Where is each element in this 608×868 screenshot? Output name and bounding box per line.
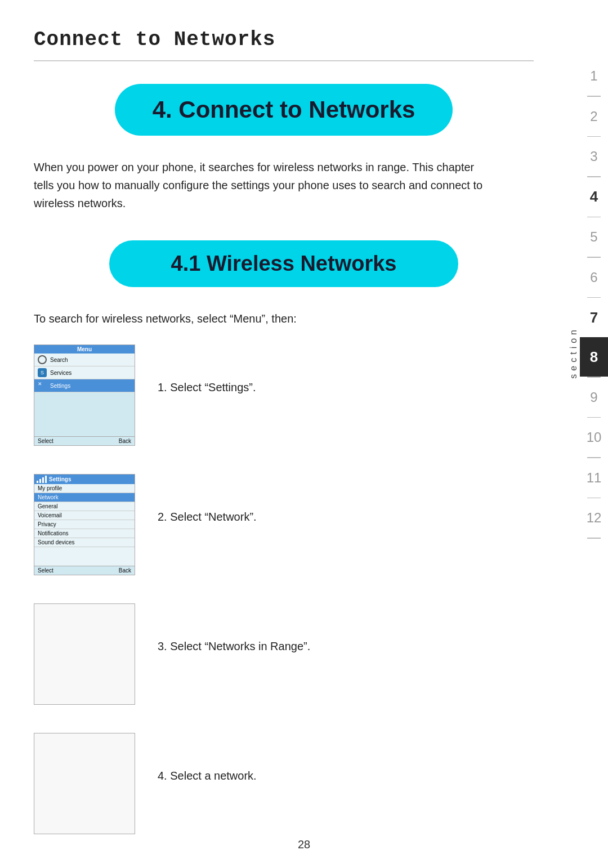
sidebar-num-1: 1 bbox=[580, 56, 608, 96]
sidebar-num-10: 10 bbox=[580, 418, 608, 457]
main-content: Connect to Networks 4. Connect to Networ… bbox=[0, 0, 567, 868]
menu-titlebar: Menu bbox=[34, 345, 135, 354]
settings-select-btn: Select bbox=[38, 567, 53, 574]
step-3-row: 3. Select “Networks in Range”. bbox=[34, 603, 534, 705]
sidebar-num-11: 11 bbox=[580, 458, 608, 498]
step-1-text: 1. Select “Settings”. bbox=[158, 344, 256, 396]
settings-privacy: Privacy bbox=[34, 520, 135, 529]
section-bubble: 4.1 Wireless Networks bbox=[109, 240, 458, 287]
page-container: Connect to Networks 4. Connect to Networ… bbox=[0, 0, 608, 868]
settings-back-btn: Back bbox=[119, 567, 131, 574]
sidebar-numbers: 1 2 3 4 5 6 7 8 9 10 11 12 bbox=[580, 56, 608, 539]
settings-screen: Settings My profile Network General Voic… bbox=[34, 475, 135, 575]
settings-bottombar: Select Back bbox=[34, 566, 135, 575]
step-1-row: Menu Search S Services ✕ Settings Sele bbox=[34, 344, 534, 446]
sidebar-num-6: 6 bbox=[580, 258, 608, 297]
title-divider bbox=[34, 60, 534, 61]
page-title: Connect to Networks bbox=[34, 28, 534, 51]
settings-sound-devices: Sound devices bbox=[34, 538, 135, 547]
chapter-intro: When you power on your phone, it searche… bbox=[34, 158, 495, 212]
section-heading: 4.1 Wireless Networks bbox=[132, 252, 436, 276]
step-4-screenshot bbox=[34, 733, 135, 834]
sidebar-num-4: 4 bbox=[580, 177, 608, 217]
menu-select-btn: Select bbox=[38, 438, 53, 444]
sidebar-num-3: 3 bbox=[580, 137, 608, 176]
settings-titlebar: Settings bbox=[34, 475, 135, 484]
sidebar-num-7: 7 bbox=[580, 298, 608, 337]
step-2-screenshot: Settings My profile Network General Voic… bbox=[34, 474, 135, 575]
chapter-heading: 4. Connect to Networks bbox=[137, 96, 430, 123]
step-1-screenshot: Menu Search S Services ✕ Settings Sele bbox=[34, 344, 135, 446]
menu-item-settings: ✕ Settings bbox=[34, 379, 135, 392]
menu-back-btn: Back bbox=[119, 438, 131, 444]
signal-dots bbox=[37, 476, 47, 483]
sidebar-num-5: 5 bbox=[580, 217, 608, 257]
sidebar-num-9: 9 bbox=[580, 378, 608, 417]
settings-network: Network bbox=[34, 493, 135, 502]
sidebar-divider-12 bbox=[587, 538, 601, 539]
menu-bottombar: Select Back bbox=[34, 436, 135, 445]
sidebar-num-12: 12 bbox=[580, 498, 608, 538]
page-number: 28 bbox=[298, 838, 310, 851]
menu-item-services: S Services bbox=[34, 366, 135, 379]
sidebar-num-2: 2 bbox=[580, 97, 608, 136]
section-intro: To search for wireless networks, select … bbox=[34, 310, 495, 328]
step-4-text: 4. Select a network. bbox=[158, 733, 257, 785]
step-2-row: Settings My profile Network General Voic… bbox=[34, 474, 534, 575]
sidebar-num-8: 8 bbox=[580, 337, 608, 377]
step-3-screenshot bbox=[34, 603, 135, 705]
settings-voicemail: Voicemail bbox=[34, 511, 135, 520]
step-4-row: 4. Select a network. bbox=[34, 733, 534, 834]
sidebar: 1 2 3 4 5 6 7 8 9 10 11 12 section bbox=[567, 0, 608, 868]
step-3-text: 3. Select “Networks in Range”. bbox=[158, 603, 310, 655]
menu-screen: Menu Search S Services ✕ Settings Sele bbox=[34, 345, 135, 445]
settings-general: General bbox=[34, 502, 135, 511]
settings-notifications: Notifications bbox=[34, 529, 135, 538]
settings-my-profile: My profile bbox=[34, 484, 135, 493]
section-word-label: section bbox=[569, 326, 579, 379]
step-2-text: 2. Select “Network”. bbox=[158, 474, 257, 526]
chapter-bubble: 4. Connect to Networks bbox=[115, 84, 453, 136]
menu-item-search: Search bbox=[34, 354, 135, 366]
